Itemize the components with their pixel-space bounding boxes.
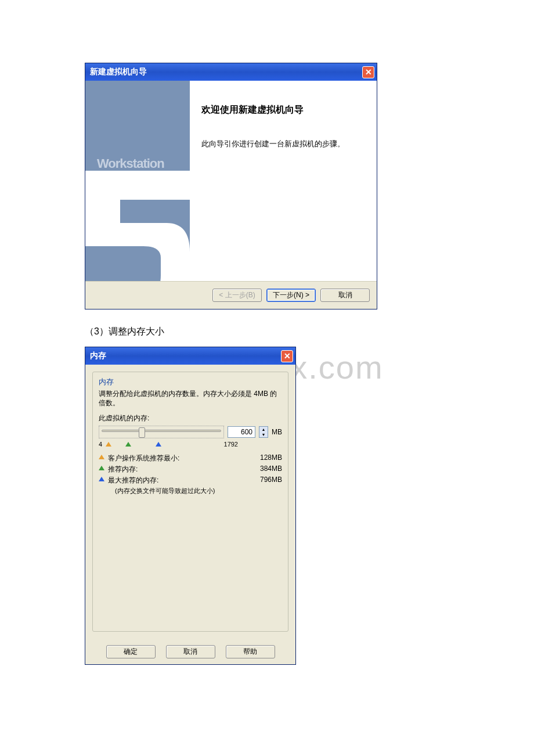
back-button: < 上一步(B) bbox=[212, 289, 262, 302]
ok-button[interactable]: 确定 bbox=[106, 645, 156, 658]
help-button[interactable]: 帮助 bbox=[226, 645, 275, 658]
rec-note: (内存交换文件可能导致超过此大小) bbox=[115, 487, 282, 495]
close-icon[interactable]: ✕ bbox=[281, 350, 293, 362]
wizard-body: Workstation 欢迎使用新建虚拟机向导 此向导引你进行创建一台新虚拟机的… bbox=[85, 81, 377, 281]
min-marker-value: 4 bbox=[99, 441, 102, 448]
marker-triangle-green-icon bbox=[125, 442, 131, 447]
fieldset-title: 内存 bbox=[99, 377, 282, 387]
memory-fieldset: 内存 调整分配给此虚拟机的内存数量。内存大小必须是 4MB 的倍数。 此虚拟机的… bbox=[92, 372, 288, 632]
rec-max-value: 796MB bbox=[247, 476, 282, 484]
memory-footer: 确定 取消 帮助 bbox=[85, 639, 295, 664]
cancel-button[interactable]: 取消 bbox=[320, 289, 370, 302]
memory-slider-row: 600 ▲ ▼ MB bbox=[99, 426, 282, 438]
memory-title: 内存 bbox=[90, 351, 106, 361]
rec-label: 推荐内存: bbox=[108, 465, 247, 474]
marker-triangle-blue-icon bbox=[156, 442, 161, 447]
wizard-heading: 欢迎使用新建虚拟机向导 bbox=[201, 104, 365, 116]
cancel-button[interactable]: 取消 bbox=[166, 645, 215, 658]
wizard-footer: < 上一步(B) 下一步(N) > 取消 bbox=[85, 281, 377, 309]
wizard-titlebar: 新建虚拟机向导 ✕ bbox=[85, 63, 377, 81]
marker-triangle-orange-icon bbox=[106, 442, 111, 447]
rec-min-row: 客户操作系统推荐最小: 128MB bbox=[99, 453, 282, 463]
triangle-green-icon bbox=[99, 466, 104, 470]
wizard-sidebar: Workstation bbox=[85, 81, 190, 281]
spinner-down-icon[interactable]: ▼ bbox=[259, 432, 268, 437]
wizard-title: 新建虚拟机向导 bbox=[90, 67, 147, 77]
step-caption: （3）调整内存大小 bbox=[85, 326, 164, 338]
rec-max-row: 最大推荐的内存: 796MB bbox=[99, 476, 282, 485]
memory-unit-label: MB bbox=[272, 428, 282, 436]
memory-body: 内存 调整分配给此虚拟机的内存数量。内存大小必须是 4MB 的倍数。 此虚拟机的… bbox=[85, 365, 295, 639]
spinner-up-icon[interactable]: ▲ bbox=[259, 427, 268, 432]
wizard-description: 此向导引你进行创建一台新虚拟机的步骤。 bbox=[201, 139, 365, 149]
rec-max-label: 最大推荐的内存: bbox=[108, 476, 247, 485]
fieldset-description: 调整分配给此虚拟机的内存数量。内存大小必须是 4MB 的倍数。 bbox=[99, 390, 282, 408]
close-icon[interactable]: ✕ bbox=[362, 66, 374, 78]
memory-slider[interactable] bbox=[99, 426, 224, 438]
vm-memory-label: 此虚拟机的内存: bbox=[99, 413, 282, 423]
rec-value: 384MB bbox=[247, 465, 282, 473]
next-button[interactable]: 下一步(N) > bbox=[266, 289, 316, 302]
new-vm-wizard-window: 新建虚拟机向导 ✕ Workstation 欢迎使用新建虚拟机向导 此向导引你进… bbox=[85, 63, 377, 309]
slider-markers: 4 1792 bbox=[99, 441, 282, 448]
rec-min-value: 128MB bbox=[247, 453, 282, 462]
memory-titlebar: 内存 ✕ bbox=[85, 347, 295, 365]
memory-dialog: 内存 ✕ 内存 调整分配给此虚拟机的内存数量。内存大小必须是 4MB 的倍数。 … bbox=[85, 347, 296, 665]
slider-thumb[interactable] bbox=[139, 427, 145, 438]
rec-min-label: 客户操作系统推荐最小: bbox=[108, 453, 247, 463]
workstation-five-graphic bbox=[85, 153, 190, 281]
memory-value-input[interactable]: 600 bbox=[228, 426, 255, 438]
wizard-content: 欢迎使用新建虚拟机向导 此向导引你进行创建一台新虚拟机的步骤。 bbox=[190, 81, 377, 281]
triangle-blue-icon bbox=[99, 477, 104, 481]
max-marker-value: 1792 bbox=[224, 441, 238, 448]
memory-spinner-arrows[interactable]: ▲ ▼ bbox=[259, 426, 268, 438]
rec-row: 推荐内存: 384MB bbox=[99, 465, 282, 474]
triangle-orange-icon bbox=[99, 455, 104, 459]
